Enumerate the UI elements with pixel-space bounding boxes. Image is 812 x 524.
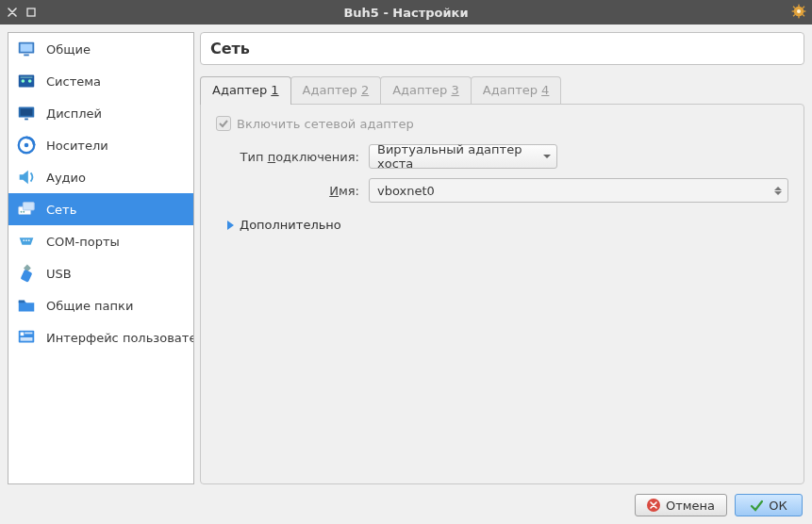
svg-rect-34 xyxy=(21,333,25,336)
ok-button[interactable]: ОК xyxy=(735,494,803,516)
general-icon xyxy=(16,39,37,59)
panel-heading: Сеть xyxy=(210,40,250,57)
sidebar-item-storage[interactable]: Носители xyxy=(8,129,193,161)
storage-icon xyxy=(16,135,37,156)
svg-point-29 xyxy=(28,239,30,241)
sidebar-item-label: COM-порты xyxy=(46,235,120,249)
tab-adapter-1[interactable]: Адаптер 1 xyxy=(200,76,291,105)
svg-rect-24 xyxy=(23,203,34,210)
sidebar-item-network[interactable]: Сеть xyxy=(8,193,193,225)
sidebar-item-label: Дисплей xyxy=(46,106,102,121)
checkbox-icon xyxy=(216,116,231,131)
sidebar-item-label: USB xyxy=(46,267,72,281)
usb-icon xyxy=(16,263,37,284)
tab-panel: Включить сетевой адаптер Тип подключения… xyxy=(200,104,804,484)
cancel-icon xyxy=(647,499,660,512)
svg-point-27 xyxy=(23,239,25,241)
heading-frame: Сеть xyxy=(200,32,804,65)
sidebar-item-system[interactable]: Система xyxy=(8,65,193,97)
sidebar: Общие Система Дисплей Носи xyxy=(8,32,194,484)
svg-point-25 xyxy=(21,211,23,213)
sidebar-item-label: Система xyxy=(46,74,101,89)
svg-rect-4 xyxy=(798,15,799,18)
attached-to-select[interactable]: Виртуальный адаптер хоста xyxy=(369,144,557,169)
serial-icon xyxy=(16,231,37,252)
advanced-label: Дополнительно xyxy=(240,218,341,232)
main-panel: Сеть Адаптер 1 Адаптер 2 Адаптер 3 Адапт… xyxy=(200,32,804,484)
svg-point-16 xyxy=(28,79,32,83)
svg-point-15 xyxy=(22,79,25,83)
name-select[interactable]: vboxnet0 xyxy=(369,178,788,203)
enable-adapter-label: Включить сетевой адаптер xyxy=(237,117,414,131)
svg-rect-6 xyxy=(804,10,806,11)
sidebar-item-label: Общие папки xyxy=(46,299,133,313)
tabbar: Адаптер 1 Адаптер 2 Адаптер 3 Адаптер 4 xyxy=(200,76,804,105)
sidebar-item-label: Интерфейс пользователя xyxy=(46,331,194,345)
audio-icon xyxy=(16,167,37,188)
triangle-right-icon xyxy=(227,221,234,230)
spinner-icon xyxy=(772,187,784,195)
chevron-down-icon xyxy=(541,155,553,158)
svg-rect-19 xyxy=(21,108,33,115)
tab-adapter-4[interactable]: Адаптер 4 xyxy=(471,76,562,105)
enable-adapter-checkbox[interactable]: Включить сетевой адаптер xyxy=(216,116,788,131)
svg-point-2 xyxy=(797,9,801,13)
dialog-footer: Отмена ОК xyxy=(0,488,812,524)
system-icon xyxy=(16,71,37,91)
svg-point-26 xyxy=(23,211,25,213)
tab-adapter-3[interactable]: Адаптер 3 xyxy=(380,76,472,105)
sidebar-item-serial[interactable]: COM-порты xyxy=(8,225,193,257)
sidebar-item-audio[interactable]: Аудио xyxy=(8,161,193,193)
display-icon xyxy=(16,103,37,123)
svg-rect-13 xyxy=(24,55,29,57)
name-value: vboxnet0 xyxy=(377,184,435,198)
ok-label: ОК xyxy=(769,499,787,513)
attached-to-label: Тип подключения: xyxy=(227,150,359,164)
advanced-toggle[interactable]: Дополнительно xyxy=(216,218,788,232)
sidebar-item-label: Носители xyxy=(46,139,108,153)
svg-rect-20 xyxy=(25,119,28,121)
gear-icon[interactable] xyxy=(791,4,806,22)
ui-icon xyxy=(16,327,37,348)
svg-rect-35 xyxy=(25,333,32,335)
tab-adapter-2[interactable]: Адаптер 2 xyxy=(290,76,382,105)
svg-rect-3 xyxy=(798,4,799,7)
ok-icon xyxy=(750,499,763,512)
window-title: Buh5 - Настройки xyxy=(0,6,812,20)
cancel-button[interactable]: Отмена xyxy=(635,494,727,516)
svg-rect-32 xyxy=(19,301,25,303)
folder-icon xyxy=(16,295,37,316)
sidebar-item-ui[interactable]: Интерфейс пользователя xyxy=(8,321,193,353)
svg-rect-17 xyxy=(21,76,33,77)
svg-point-22 xyxy=(25,143,29,148)
network-icon xyxy=(16,199,37,220)
sidebar-item-shared-folders[interactable]: Общие папки xyxy=(8,289,193,321)
name-label: Имя: xyxy=(227,184,359,198)
sidebar-item-usb[interactable]: USB xyxy=(8,257,193,289)
sidebar-item-display[interactable]: Дисплей xyxy=(8,97,193,129)
sidebar-item-label: Аудио xyxy=(46,171,86,185)
cancel-label: Отмена xyxy=(666,499,715,513)
sidebar-item-label: Сеть xyxy=(46,203,76,217)
svg-rect-12 xyxy=(21,44,33,52)
close-icon[interactable] xyxy=(6,6,19,19)
titlebar: Buh5 - Настройки xyxy=(0,0,812,25)
sidebar-item-label: Общие xyxy=(46,42,91,57)
svg-point-28 xyxy=(25,239,27,241)
maximize-icon[interactable] xyxy=(25,6,38,19)
sidebar-item-general[interactable]: Общие xyxy=(8,33,193,65)
svg-rect-5 xyxy=(792,10,795,11)
window-body: Общие Система Дисплей Носи xyxy=(0,25,812,524)
svg-rect-36 xyxy=(21,337,33,341)
svg-rect-31 xyxy=(21,270,33,283)
attached-to-value: Виртуальный адаптер хоста xyxy=(377,142,541,171)
svg-rect-0 xyxy=(27,8,35,16)
